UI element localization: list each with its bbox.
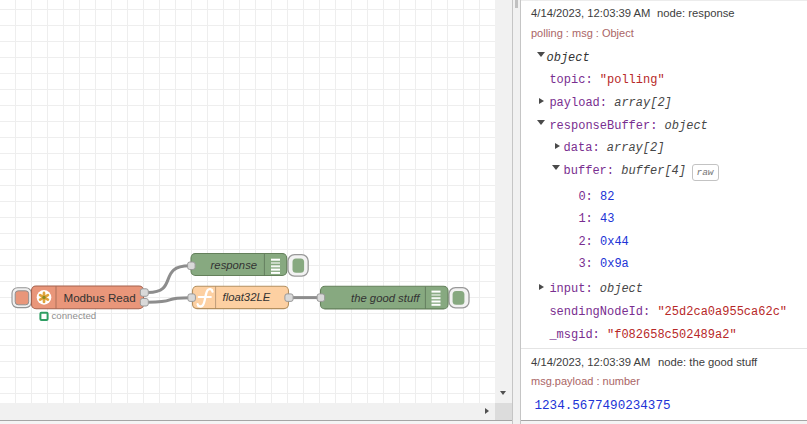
svg-text:float32LE: float32LE xyxy=(223,291,271,303)
svg-text:connected: connected xyxy=(52,310,97,321)
svg-text:Modbus Read: Modbus Read xyxy=(64,291,136,304)
svg-text:response: response xyxy=(211,259,257,271)
svg-text:the good stuff: the good stuff xyxy=(351,292,421,304)
